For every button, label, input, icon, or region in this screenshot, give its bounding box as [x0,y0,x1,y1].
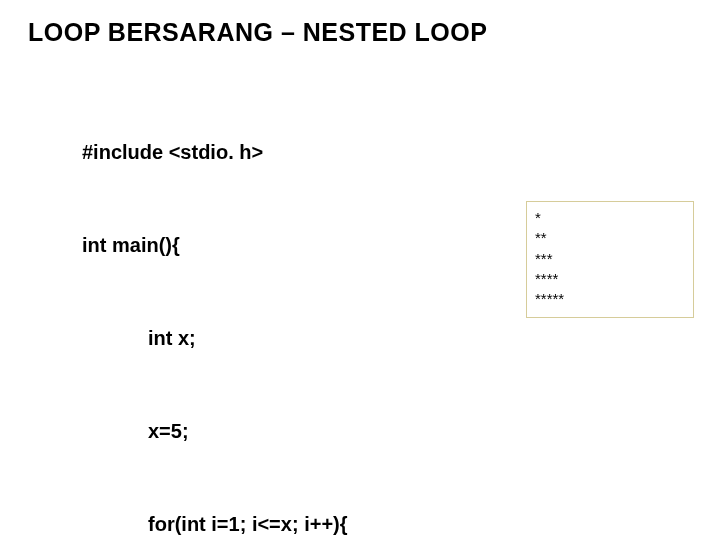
code-line: x=5; [148,416,694,447]
slide-title: LOOP BERSARANG – NESTED LOOP [28,18,696,47]
output-box: * ** *** **** ***** [526,201,694,318]
slide: LOOP BERSARANG – NESTED LOOP #include <s… [0,0,720,540]
code-line: int x; [148,323,694,354]
content-area: #include <stdio. h> int main(){ int x; x… [82,75,694,540]
code-line: for(int i=1; i<=x; i++){ [148,509,694,540]
code-line: #include <stdio. h> [82,137,694,168]
